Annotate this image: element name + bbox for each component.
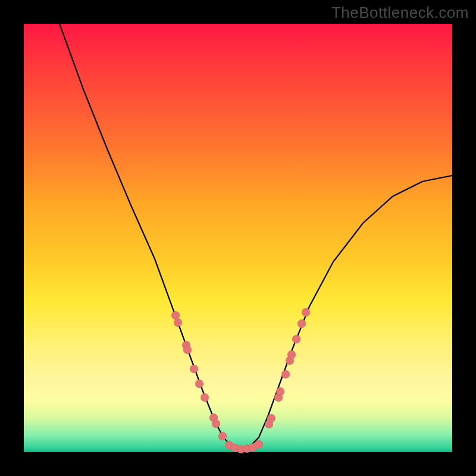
plot-area	[24, 24, 452, 452]
data-bead	[195, 380, 203, 388]
data-bead	[183, 346, 192, 354]
data-bead	[218, 432, 227, 440]
data-bead	[276, 387, 284, 396]
data-bead	[190, 365, 198, 373]
bottleneck-curve	[60, 24, 452, 449]
data-bead	[287, 350, 296, 359]
data-bead	[174, 318, 182, 327]
data-bead	[302, 308, 310, 317]
data-bead	[212, 419, 220, 428]
chart-svg	[24, 24, 452, 452]
beads-bottom-group	[225, 440, 263, 453]
data-bead	[255, 440, 263, 449]
watermark-text: TheBottleneck.com	[331, 4, 469, 22]
beads-right-group	[265, 308, 310, 428]
data-bead	[298, 320, 306, 328]
data-bead	[267, 414, 275, 422]
data-bead	[281, 370, 290, 378]
beads-left-group	[171, 311, 227, 440]
data-bead	[201, 393, 209, 402]
chart-stage: TheBottleneck.com	[0, 0, 476, 476]
data-bead	[292, 335, 300, 343]
